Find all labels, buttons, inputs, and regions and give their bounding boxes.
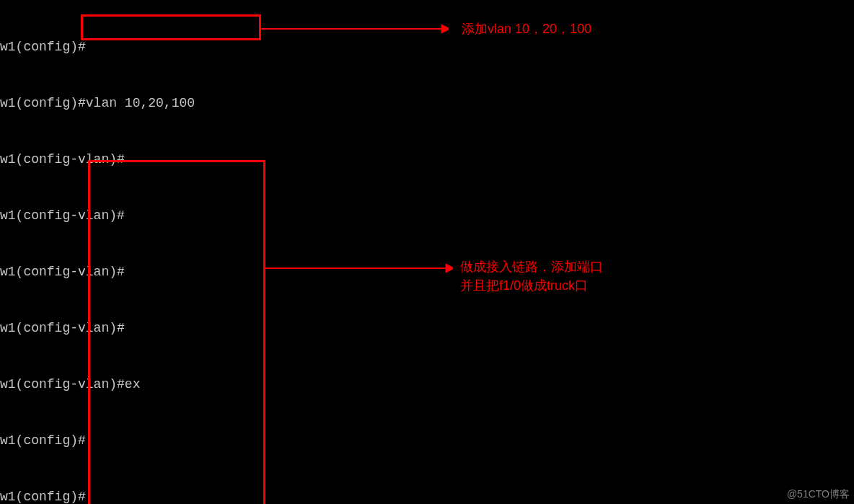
svg-marker-1 xyxy=(441,25,449,33)
terminal-line: w1(config-vlan)#ex xyxy=(0,375,854,394)
annotation-trunk-l2: 并且把f1/0做成truck口 xyxy=(460,277,588,294)
arrow-icon xyxy=(261,22,449,36)
terminal-line: w1(config)#vlan 10,20,100 xyxy=(0,94,854,112)
terminal-line: w1(config)# xyxy=(0,37,854,56)
terminal-line: w1(config-vlan)# xyxy=(0,206,854,225)
annotation-vlan: 添加vlan 10，20，100 xyxy=(462,20,591,37)
terminal-line: w1(config)# xyxy=(0,487,854,504)
terminal-line: w1(config-vlan)# xyxy=(0,150,854,169)
watermark: @51CTO博客 xyxy=(787,488,850,501)
terminal-output[interactable]: w1(config)# w1(config)#vlan 10,20,100 w1… xyxy=(0,0,854,504)
terminal-line: w1(config-vlan)# xyxy=(0,319,854,337)
arrow-icon xyxy=(265,261,453,275)
svg-marker-3 xyxy=(446,264,453,273)
annotation-trunk-l1: 做成接入链路，添加端口 xyxy=(460,258,603,275)
terminal-line: w1(config)# xyxy=(0,431,854,450)
